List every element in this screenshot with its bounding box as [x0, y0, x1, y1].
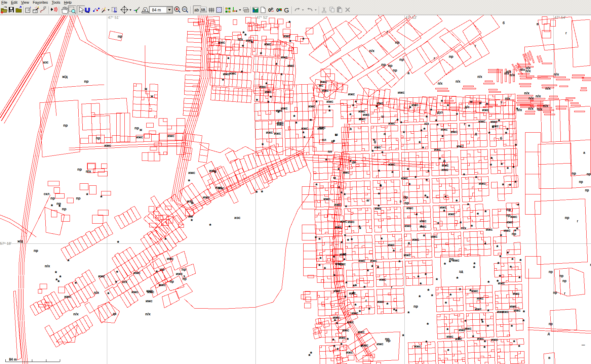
svg-text:а: а — [350, 127, 352, 131]
svg-text:*: * — [496, 244, 499, 251]
svg-text:*: * — [443, 209, 445, 215]
svg-text:*: * — [336, 321, 338, 327]
svg-text:ижс: ижс — [265, 90, 272, 94]
svg-text:?: ? — [500, 101, 502, 105]
svg-text:*: * — [436, 277, 438, 283]
svg-text:ижс: ижс — [283, 34, 290, 38]
svg-text:ижс: ижс — [506, 220, 513, 224]
svg-text:ижс: ижс — [404, 253, 411, 257]
svg-text:*: * — [355, 99, 357, 106]
svg-text:*: * — [481, 320, 484, 326]
svg-text:им: им — [188, 215, 193, 218]
svg-text:*: * — [514, 228, 516, 235]
svg-text:*: * — [261, 189, 263, 196]
svg-text:*: * — [325, 157, 327, 164]
svg-text:п/х: п/х — [145, 312, 151, 316]
svg-text:*: * — [501, 162, 503, 168]
svg-text:ижс: ижс — [482, 108, 489, 112]
svg-text:п/х: п/х — [45, 264, 50, 268]
svg-text:*: * — [191, 218, 193, 224]
svg-text:*: * — [484, 241, 486, 248]
svg-text:*: * — [441, 99, 443, 105]
svg-text:ab: ab — [194, 8, 199, 12]
svg-text:п/х: п/х — [94, 290, 100, 294]
svg-text:*: * — [55, 270, 57, 276]
svg-text:*: * — [55, 277, 58, 284]
svg-text:*: * — [507, 166, 509, 172]
svg-text:ижс: ижс — [64, 294, 71, 299]
svg-text:*: * — [522, 318, 525, 325]
svg-text:в: в — [548, 356, 550, 360]
svg-text:ж/д: ж/д — [62, 75, 68, 79]
svg-text:*: * — [407, 167, 409, 173]
svg-text:ижс: ижс — [377, 342, 384, 346]
svg-text:п/х: п/х — [510, 73, 515, 77]
svg-text:*: * — [116, 270, 118, 276]
svg-text:*: * — [437, 221, 439, 227]
svg-text:0: 0 — [276, 7, 279, 13]
svg-text:пр: пр — [559, 274, 563, 278]
svg-text:*: * — [420, 128, 423, 135]
svg-text:пр: пр — [50, 196, 55, 200]
svg-text:*: * — [209, 223, 211, 229]
svg-text:ижс: ижс — [347, 320, 354, 324]
svg-text:ижс: ижс — [406, 206, 413, 210]
svg-text:47° 53': 47° 53' — [405, 15, 417, 19]
svg-text:*: * — [100, 194, 103, 201]
svg-text:ижс: ижс — [374, 145, 381, 149]
svg-text:ижс: ижс — [146, 289, 153, 293]
svg-text:*: * — [445, 301, 447, 307]
svg-text:э: э — [459, 287, 461, 291]
svg-text:*: * — [431, 293, 433, 300]
svg-text:*: * — [295, 121, 298, 127]
svg-text:п/х: п/х — [545, 86, 551, 90]
svg-text:*: * — [289, 39, 291, 45]
svg-text:ижс: ижс — [131, 290, 139, 294]
svg-text:*: * — [472, 334, 474, 340]
svg-text:ижс: ижс — [342, 328, 349, 332]
svg-text:*: * — [492, 125, 494, 131]
svg-text:*: * — [463, 172, 465, 179]
svg-text:*: * — [469, 288, 472, 294]
svg-text:47° 52': 47° 52' — [257, 15, 268, 19]
svg-text:д: д — [443, 158, 445, 163]
svg-text:*: * — [497, 261, 500, 267]
svg-text:*: * — [509, 183, 511, 189]
svg-text:*: * — [425, 272, 427, 278]
svg-text:ижс: ижс — [281, 55, 288, 59]
svg-text:*: * — [395, 308, 397, 315]
svg-text:*: * — [332, 337, 334, 344]
svg-text:*: * — [436, 123, 439, 129]
svg-text:*: * — [427, 322, 429, 328]
svg-text:ижс: ижс — [478, 119, 485, 123]
svg-text:д: д — [548, 332, 550, 335]
svg-text:*: * — [360, 344, 363, 350]
svg-text:пр: пр — [565, 216, 569, 220]
svg-text:ижс: ижс — [477, 336, 484, 340]
svg-text:*: * — [359, 309, 361, 315]
svg-text:*: * — [378, 191, 380, 198]
svg-text:*: * — [265, 81, 268, 88]
svg-text:*: * — [426, 195, 429, 201]
svg-text:*: * — [419, 294, 421, 301]
svg-text:м: м — [191, 201, 193, 205]
svg-text:*: * — [380, 183, 382, 189]
svg-text:*: * — [288, 20, 291, 26]
svg-text:*: * — [427, 288, 430, 294]
svg-text:*: * — [499, 254, 502, 261]
svg-text:*: * — [86, 192, 88, 198]
svg-text:*: * — [403, 130, 405, 136]
svg-text:ижс: ижс — [335, 225, 342, 229]
svg-text:*: * — [359, 117, 361, 123]
svg-text:*: * — [420, 224, 423, 230]
svg-text:г: г — [464, 122, 466, 126]
svg-text:*: * — [378, 203, 380, 210]
svg-text:г: г — [564, 291, 565, 295]
svg-text:*: * — [227, 56, 230, 62]
svg-text:*: * — [487, 308, 489, 315]
svg-text:ижс: ижс — [167, 134, 174, 138]
svg-text:скл: скл — [44, 192, 49, 196]
svg-text:*: * — [343, 257, 346, 264]
svg-text:ижс: ижс — [333, 315, 340, 319]
svg-text:ижс: ижс — [401, 176, 408, 180]
